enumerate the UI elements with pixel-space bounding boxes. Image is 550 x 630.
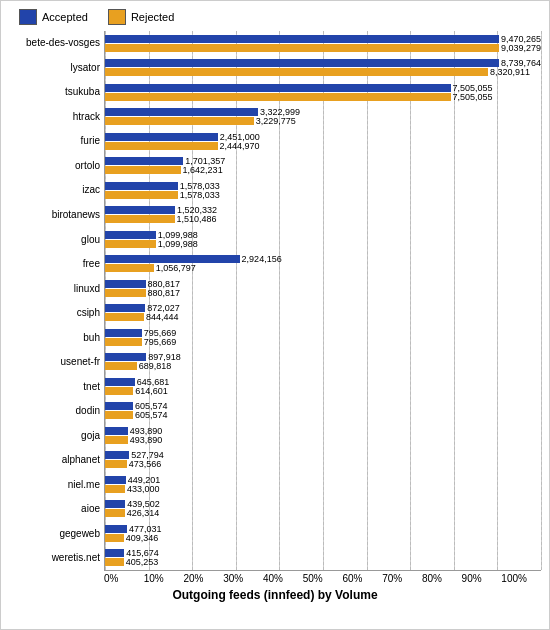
y-label: aioe [9,504,100,514]
bar-group: 2,924,1561,056,797 [105,252,541,277]
x-label: 30% [223,573,263,584]
bar-accepted [105,500,125,508]
bar-rejected-value: 689,818 [139,362,172,370]
bar-row-rejected: 1,056,797 [105,264,541,272]
bar-accepted-value: 477,031 [129,525,162,533]
bar-group: 439,502426,314 [105,497,541,522]
bar-rejected-value: 614,601 [135,387,168,395]
bar-row-accepted: 527,794 [105,451,541,459]
chart-area: bete-des-vosgeslysatortsukubahtrackfurie… [9,31,541,571]
bar-row-rejected: 433,000 [105,485,541,493]
legend: Accepted Rejected [9,9,541,25]
bar-row-accepted: 449,201 [105,476,541,484]
bar-accepted-value: 2,451,000 [220,133,260,141]
bar-accepted [105,353,146,361]
bar-row-accepted: 897,918 [105,353,541,361]
legend-rejected-box [108,9,126,25]
bar-row-rejected: 1,510,486 [105,215,541,223]
bar-group: 605,574605,574 [105,399,541,424]
bar-accepted-value: 9,470,265 [501,35,541,43]
bar-rejected-value: 409,346 [126,534,159,542]
bar-rejected [105,534,124,542]
bar-accepted-value: 527,794 [131,451,164,459]
bar-rejected-value: 880,817 [148,289,181,297]
bar-group: 3,322,9993,229,775 [105,105,541,130]
bar-group: 477,031409,346 [105,521,541,546]
bar-pair: 2,924,1561,056,797 [105,255,541,272]
bar-rejected-value: 844,444 [146,313,179,321]
y-label: weretis.net [9,553,100,563]
bar-row-rejected: 7,505,055 [105,93,541,101]
bar-accepted [105,206,175,214]
bar-accepted [105,427,128,435]
bar-accepted-value: 645,681 [137,378,170,386]
bar-pair: 872,027844,444 [105,304,541,321]
bar-rejected-value: 9,039,279 [501,44,541,52]
bar-group: 1,578,0331,578,033 [105,178,541,203]
bar-row-accepted: 7,505,055 [105,84,541,92]
bar-group: 645,681614,601 [105,374,541,399]
bar-row-accepted: 415,674 [105,549,541,557]
bar-accepted-value: 897,918 [148,353,181,361]
bar-group: 897,918689,818 [105,350,541,375]
bar-rejected-value: 795,669 [144,338,177,346]
bar-rejected-value: 3,229,775 [256,117,296,125]
bar-accepted [105,525,127,533]
y-label: bete-des-vosges [9,38,100,48]
bar-row-accepted: 1,578,033 [105,182,541,190]
bar-accepted [105,476,126,484]
bar-accepted-value: 1,520,332 [177,206,217,214]
y-label: izac [9,185,100,195]
bar-row-rejected: 1,578,033 [105,191,541,199]
bar-group: 527,794473,566 [105,448,541,473]
bar-accepted [105,402,133,410]
bar-rejected [105,142,218,150]
bar-rejected [105,558,124,566]
bar-accepted-value: 415,674 [126,549,159,557]
bar-row-accepted: 880,817 [105,280,541,288]
bar-pair: 897,918689,818 [105,353,541,370]
bar-accepted-value: 795,669 [144,329,177,337]
bar-accepted [105,451,129,459]
bar-row-rejected: 614,601 [105,387,541,395]
bar-accepted-value: 605,574 [135,402,168,410]
bar-rejected-value: 493,890 [130,436,163,444]
bar-accepted [105,304,145,312]
bar-accepted-value: 439,502 [127,500,160,508]
bar-group: 493,890493,890 [105,423,541,448]
bar-accepted [105,157,183,165]
bar-rejected [105,166,181,174]
y-label: csiph [9,308,100,318]
bar-group: 1,520,3321,510,486 [105,203,541,228]
bar-accepted [105,280,146,288]
bar-group: 795,669795,669 [105,325,541,350]
bar-pair: 415,674405,253 [105,549,541,566]
bar-pair: 477,031409,346 [105,525,541,542]
legend-rejected-label: Rejected [131,11,174,23]
bar-rejected-value: 1,099,988 [158,240,198,248]
bar-rejected-value: 405,253 [126,558,159,566]
bar-rejected [105,289,146,297]
bar-row-rejected: 2,444,970 [105,142,541,150]
bars-wrapper: 9,470,2659,039,2798,739,7648,320,9117,50… [105,31,541,570]
bar-row-accepted: 8,739,764 [105,59,541,67]
x-label: 50% [303,573,343,584]
bar-row-rejected: 3,229,775 [105,117,541,125]
x-axis-labels: 0%10%20%30%40%50%60%70%80%90%100% [104,571,541,584]
bar-rejected [105,436,128,444]
bar-rejected [105,313,144,321]
bar-accepted-value: 880,817 [148,280,181,288]
y-label: buh [9,333,100,343]
bar-group: 9,470,2659,039,279 [105,31,541,56]
bar-rejected [105,44,499,52]
bar-rejected [105,509,125,517]
bar-rejected-value: 605,574 [135,411,168,419]
bar-row-accepted: 605,574 [105,402,541,410]
bar-pair: 3,322,9993,229,775 [105,108,541,125]
bar-rejected [105,93,451,101]
bar-row-rejected: 9,039,279 [105,44,541,52]
y-label: niel.me [9,480,100,490]
bar-pair: 1,099,9881,099,988 [105,231,541,248]
bar-row-rejected: 493,890 [105,436,541,444]
bar-row-accepted: 493,890 [105,427,541,435]
